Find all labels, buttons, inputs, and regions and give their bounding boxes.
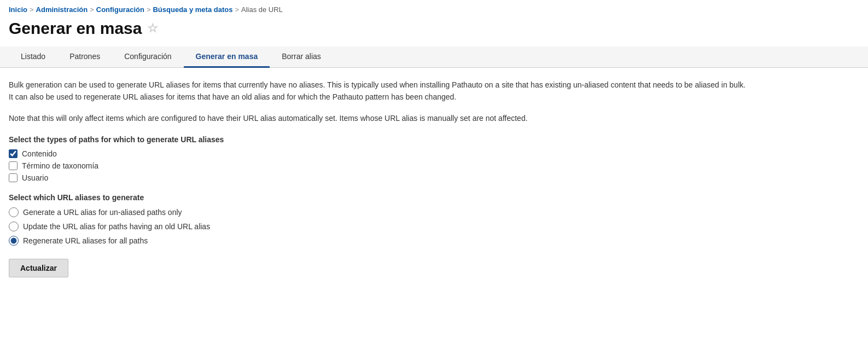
main-content: Bulk generation can be used to generate … bbox=[0, 68, 868, 288]
breadcrumb-sep-3: > bbox=[147, 5, 151, 14]
checkbox-usuario[interactable] bbox=[9, 173, 18, 182]
radio-unaliased-label: Generate a URL alias for un-aliased path… bbox=[23, 208, 182, 217]
tab-borrar-alias[interactable]: Borrar alias bbox=[270, 47, 333, 68]
radio-old-alias-label: Update the URL alias for paths having an… bbox=[23, 222, 210, 231]
tab-generar-en-masa[interactable]: Generar en masa bbox=[184, 47, 270, 68]
checkbox-contenido[interactable] bbox=[9, 149, 18, 158]
breadcrumb-sep-1: > bbox=[30, 5, 34, 14]
checkbox-taxonomia-item: Término de taxonomía bbox=[9, 161, 859, 170]
checkbox-usuario-label: Usuario bbox=[22, 173, 48, 182]
breadcrumb-sep-4: > bbox=[235, 5, 239, 14]
radio-regenerate-item: Regenerate URL aliases for all paths bbox=[9, 236, 859, 246]
radio-regenerate[interactable] bbox=[9, 236, 19, 246]
description-block: Bulk generation can be used to generate … bbox=[9, 79, 851, 103]
checkbox-usuario-item: Usuario bbox=[9, 173, 859, 182]
radio-section-title: Select which URL aliases to generate bbox=[9, 193, 859, 202]
checkbox-taxonomia-label: Término de taxonomía bbox=[22, 161, 98, 170]
radio-regenerate-label: Regenerate URL aliases for all paths bbox=[23, 236, 148, 245]
breadcrumb-busqueda[interactable]: Búsqueda y meta datos bbox=[153, 5, 232, 14]
description-line1: Bulk generation can be used to generate … bbox=[9, 79, 851, 91]
checkboxes-section: Select the types of paths for which to g… bbox=[9, 135, 859, 182]
checkboxes-section-title: Select the types of paths for which to g… bbox=[9, 135, 859, 144]
checkbox-contenido-item: Contenido bbox=[9, 149, 859, 158]
page-title-container: Generar en masa ☆ bbox=[0, 17, 868, 47]
radio-section: Select which URL aliases to generate Gen… bbox=[9, 193, 859, 246]
breadcrumb-configuracion[interactable]: Configuración bbox=[96, 5, 144, 14]
radio-unaliased-item: Generate a URL alias for un-aliased path… bbox=[9, 207, 859, 217]
favorite-star-icon[interactable]: ☆ bbox=[147, 21, 158, 36]
breadcrumb: Inicio > Administración > Configuración … bbox=[0, 0, 868, 17]
tab-patrones[interactable]: Patrones bbox=[57, 47, 112, 68]
tabs-bar: Listado Patrones Configuración Generar e… bbox=[0, 47, 868, 68]
radio-unaliased[interactable] bbox=[9, 207, 19, 217]
note-text: Note that this will only affect items wh… bbox=[9, 112, 610, 124]
breadcrumb-sep-2: > bbox=[90, 5, 94, 14]
tab-listado[interactable]: Listado bbox=[9, 47, 57, 68]
page-title: Generar en masa bbox=[9, 19, 142, 38]
radio-old-alias-item: Update the URL alias for paths having an… bbox=[9, 222, 859, 231]
breadcrumb-inicio[interactable]: Inicio bbox=[9, 5, 27, 14]
description-line2: It can also be used to regenerate URL al… bbox=[9, 91, 851, 103]
submit-button[interactable]: Actualizar bbox=[9, 259, 68, 277]
checkbox-contenido-label: Contenido bbox=[22, 149, 57, 158]
radio-old-alias[interactable] bbox=[9, 222, 19, 231]
note-block: Note that this will only affect items wh… bbox=[9, 112, 610, 124]
tab-configuracion[interactable]: Configuración bbox=[112, 47, 183, 68]
checkbox-taxonomia[interactable] bbox=[9, 161, 18, 170]
breadcrumb-alias: Alias de URL bbox=[241, 5, 283, 14]
breadcrumb-administracion[interactable]: Administración bbox=[36, 5, 88, 14]
